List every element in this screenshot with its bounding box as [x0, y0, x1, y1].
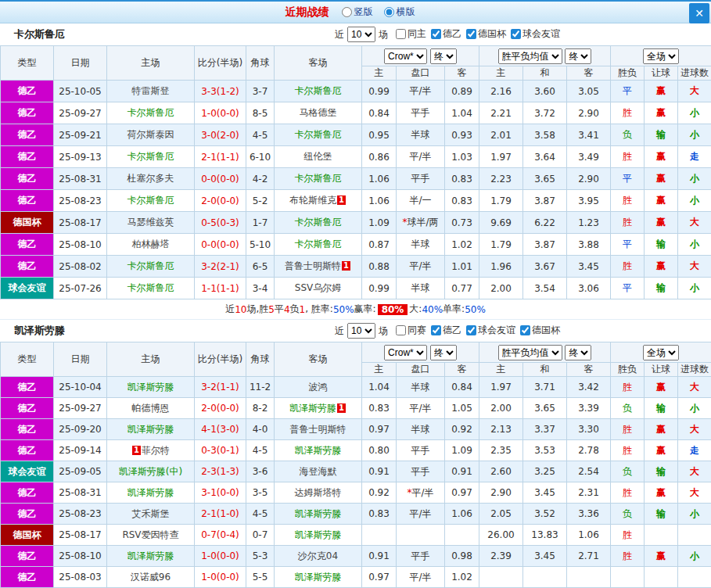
away-odds: 0.97 [445, 482, 479, 504]
home-team: 凯泽斯劳滕 [107, 419, 195, 440]
table-row: 德乙25-09-27卡尔斯鲁厄1-0(0-0)8-5马格德堡0.84平手1.04… [1, 102, 711, 124]
odds-company-select[interactable]: Crow* [384, 345, 427, 360]
filter-checkbox-input[interactable] [520, 325, 530, 335]
avg-final-select[interactable]: 终 [565, 345, 591, 360]
filter-checkbox-input[interactable] [396, 325, 406, 335]
col-header-home: 主场 [107, 342, 195, 377]
away-team: 普鲁士明斯特1 [275, 256, 362, 278]
filter-checkbox-input[interactable] [511, 29, 521, 39]
match-type: 德国杯 [1, 525, 54, 546]
match-score: 2-0(0-0) [195, 398, 246, 419]
away-team-name: SSV乌尔姆 [295, 282, 341, 293]
filter-checkbox-input[interactable] [431, 325, 441, 335]
home-odds: 1.04 [362, 377, 397, 398]
avg-select[interactable]: 胜平负均值 [498, 48, 562, 64]
handicap-value: 平手 [397, 168, 445, 190]
away-odds: 1.02 [445, 234, 479, 256]
near-label: 近 [335, 28, 344, 41]
draw-avg [523, 567, 567, 588]
league-filter-checkbox[interactable]: 德国杯 [466, 27, 506, 41]
star-mark: * [402, 217, 407, 228]
filter-checkbox-input[interactable] [466, 29, 476, 39]
away-team: 凯泽斯劳滕1 [275, 398, 362, 419]
avg-final-select[interactable]: 终 [565, 48, 591, 64]
match-result: 平 [611, 81, 645, 102]
lose-avg: 3.95 [567, 190, 611, 212]
league-filter-checkbox[interactable]: 德国杯 [520, 324, 560, 337]
layout-option-horizontal[interactable]: 横版 [384, 5, 415, 19]
sub-header-away-odds: 客 [445, 66, 479, 81]
goals-result: 小 [678, 190, 711, 212]
odds-final-select[interactable]: 终 [430, 345, 457, 360]
home-team-name: 荷尔斯泰因 [127, 129, 174, 140]
close-button[interactable]: ✕ [689, 3, 709, 23]
match-score: 1-0(0-0) [195, 567, 246, 588]
handicap-result: 赢 [645, 212, 678, 234]
lose-avg: 2.31 [567, 482, 611, 504]
corner-score: 5-3 [246, 546, 275, 567]
goals-result: 大 [678, 81, 711, 102]
match-count-select[interactable]: 10 [347, 323, 375, 339]
lose-avg: 3.45 [567, 256, 611, 278]
lose-avg [567, 567, 611, 588]
handicap-value: 平手 [397, 440, 445, 461]
league-filter-checkbox[interactable]: 同赛 [396, 324, 426, 337]
match-score: 2-0(0-0) [195, 190, 246, 212]
away-odds: 1.02 [445, 567, 479, 588]
match-count-select[interactable]: 10 [347, 27, 375, 42]
odds-final-select[interactable]: 终 [430, 48, 457, 64]
home-team: 柏林赫塔 [107, 234, 195, 256]
handicap-result: 赢 [645, 168, 678, 190]
draw-avg: 3.52 [523, 504, 567, 525]
filter-checkbox-label: 球会友谊 [522, 27, 560, 41]
match-score: 3-3(1-2) [195, 81, 246, 102]
lose-avg: 3.39 [567, 398, 611, 419]
corner-score: 0-7 [246, 525, 275, 546]
sub-header-away-odds: 客 [445, 363, 479, 377]
home-team-name: 特雷斯登 [132, 85, 170, 96]
odds-company-select[interactable]: Crow* [384, 48, 427, 64]
corner-score: 5-2 [246, 190, 275, 212]
horizontal-radio[interactable] [384, 7, 394, 17]
summary-segment: 10 [235, 304, 246, 315]
home-team: 卡尔斯鲁厄 [107, 278, 195, 299]
match-score: 2-3(1-3) [195, 461, 246, 482]
away-team-name: 卡尔斯鲁厄 [295, 217, 342, 228]
match-score: 3-2(1-1) [195, 377, 246, 398]
home-team: 马瑟维兹英 [107, 212, 195, 234]
draw-avg: 3.65 [523, 168, 567, 190]
goals-result: 大 [678, 256, 711, 278]
league-filter-checkbox[interactable]: 同主 [396, 27, 426, 41]
league-filter-checkbox[interactable]: 球会友谊 [466, 324, 515, 337]
filter-checkbox-input[interactable] [396, 29, 406, 39]
league-filter-checkbox[interactable]: 德乙 [431, 27, 461, 41]
handicap-value: 平/半 [397, 146, 445, 168]
avg-selects-cell: 胜平负均值 终 [479, 342, 611, 363]
league-filter-checkbox[interactable]: 德乙 [431, 324, 461, 337]
handicap-value: 平手 [397, 546, 445, 567]
corner-score: 4-2 [246, 168, 275, 190]
away-team: 海登海默 [275, 461, 362, 482]
scope-select[interactable]: 全场 [643, 48, 679, 64]
sub-header-draw: 和 [523, 66, 567, 81]
col-header-date: 日期 [54, 342, 107, 377]
away-team-name: 凯泽斯劳滕 [295, 572, 342, 583]
summary-segment: 50% [465, 304, 486, 315]
lose-avg: 3.36 [567, 504, 611, 525]
filter-checkbox-input[interactable] [466, 325, 476, 335]
layout-option-vertical[interactable]: 竖版 [342, 5, 373, 19]
filter-checkbox-input[interactable] [431, 29, 441, 39]
avg-select[interactable]: 胜平负均值 [498, 345, 562, 360]
home-odds: 0.92 [362, 482, 397, 504]
match-type: 德乙 [1, 567, 54, 588]
away-team-name: 卡尔斯鲁厄 [295, 173, 342, 184]
results-body: 德乙25-10-04凯泽斯劳滕3-2(1-1)11-2波鸿1.04半球0.841… [1, 377, 711, 588]
away-team: 卡尔斯鲁厄 [275, 81, 362, 102]
scope-select[interactable]: 全场 [643, 345, 679, 360]
vertical-radio[interactable] [342, 7, 352, 17]
win-avg: 26.00 [479, 525, 523, 546]
home-team: 卡尔斯鲁厄 [107, 256, 195, 278]
table-row: 球会友谊25-07-26卡尔斯鲁厄1-1(1-1)3-4SSV乌尔姆0.99半球… [1, 278, 711, 299]
handicap-result: 赢 [645, 146, 678, 168]
league-filter-checkbox[interactable]: 球会友谊 [511, 27, 560, 41]
